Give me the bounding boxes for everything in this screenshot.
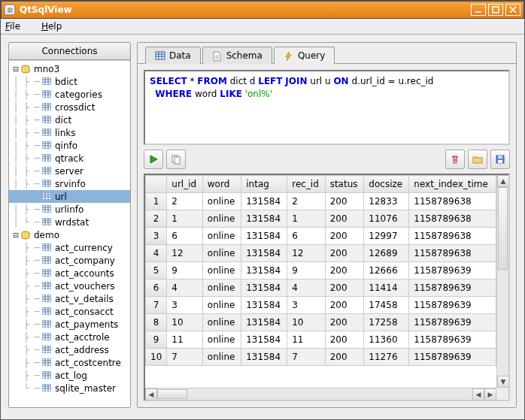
cell[interactable]: 12 [287, 245, 325, 262]
cell[interactable]: 1158789638 [409, 193, 496, 210]
cell[interactable]: 11360 [364, 331, 409, 349]
table-row[interactable]: 810online13158410200172581158789639 [146, 314, 496, 331]
cell[interactable]: 6 [287, 228, 325, 245]
table-row[interactable]: 73online1315843200174581158789639 [146, 297, 496, 314]
tree-table-act_address[interactable]: ├─act_address [9, 343, 130, 356]
cell[interactable]: 1158789639 [409, 314, 496, 331]
tree-table-act_v_details[interactable]: ├─act_v_details [9, 292, 130, 305]
cell[interactable]: 11076 [364, 210, 409, 228]
cell[interactable]: 3 [287, 297, 325, 314]
scroll-down-button[interactable]: ▼ [497, 376, 509, 388]
row-header[interactable]: 5 [146, 262, 167, 279]
menu-help[interactable]: Help [41, 21, 71, 32]
cell[interactable]: 12666 [364, 262, 409, 279]
cell[interactable]: 1158789639 [409, 279, 496, 297]
cell[interactable]: 1158789638 [409, 245, 496, 262]
cell[interactable]: 10 [167, 314, 203, 331]
cell[interactable]: online [202, 314, 241, 331]
cell[interactable]: 1 [167, 210, 203, 228]
copy-button[interactable] [166, 150, 186, 169]
tree-table-server[interactable]: │├─server [9, 165, 130, 177]
cell[interactable]: 17458 [364, 297, 409, 314]
scroll-thumb-h[interactable] [157, 389, 187, 399]
tree-table-act_vouchers[interactable]: ├─act_vouchers [9, 279, 130, 292]
maximize-button[interactable] [488, 4, 503, 16]
cell[interactable]: 12 [167, 245, 203, 262]
cell[interactable]: 131584 [241, 210, 287, 228]
tree-table-act_costcentre[interactable]: ├─act_costcentre [9, 356, 130, 369]
col-header[interactable]: word [202, 176, 241, 193]
titlebar[interactable]: ▦ QtSqlView [1, 1, 524, 19]
save-button[interactable] [490, 150, 510, 169]
cell[interactable]: 131584 [241, 279, 287, 297]
tree-table-qinfo[interactable]: │├─qinfo [9, 139, 130, 152]
menu-file[interactable]: File [5, 21, 29, 32]
row-header[interactable]: 3 [146, 228, 167, 245]
cell[interactable]: online [202, 245, 241, 262]
tree-db-mno3[interactable]: ⊟mno3 [9, 62, 130, 75]
cell[interactable]: 1158789639 [409, 349, 496, 366]
tree-table-wrdstat[interactable]: │└─wrdstat [9, 216, 130, 228]
tree-table-crossdict[interactable]: │├─crossdict [9, 101, 130, 113]
col-header[interactable]: intag [241, 176, 287, 193]
col-header[interactable]: next_index_time [409, 176, 496, 193]
cell[interactable]: 1158789639 [409, 262, 496, 279]
corner-header[interactable] [146, 176, 167, 193]
tree-table-srvinfo[interactable]: │├─srvinfo [9, 177, 130, 190]
results-table[interactable]: url_idwordintagrec_idstatusdocsizenext_i… [145, 175, 496, 366]
cell[interactable]: 1158789639 [409, 331, 496, 349]
cell[interactable]: 10 [287, 314, 325, 331]
table-row[interactable]: 412online13158412200126891158789638 [146, 245, 496, 262]
tree-table-urlinfo[interactable]: │├─urlinfo [9, 203, 130, 216]
cell[interactable]: 11 [167, 331, 203, 349]
row-header[interactable]: 1 [146, 193, 167, 210]
cell[interactable]: 17258 [364, 314, 409, 331]
scroll-up-button[interactable]: ▲ [497, 175, 509, 187]
cell[interactable]: 7 [287, 349, 325, 366]
sql-editor[interactable]: SELECT * FROM dict d LEFT JOIN url u ON … [144, 70, 510, 145]
horizontal-scrollbar[interactable]: ◀ ◀ ▶ [145, 388, 496, 400]
cell[interactable]: 200 [325, 297, 364, 314]
cell[interactable]: 131584 [241, 193, 287, 210]
cell[interactable]: 3 [167, 297, 203, 314]
close-button[interactable] [505, 4, 520, 16]
cell[interactable]: 200 [325, 349, 364, 366]
tree-db-demo[interactable]: ⊟demo [9, 228, 130, 241]
run-query-button[interactable] [144, 150, 163, 169]
row-header[interactable]: 4 [146, 245, 167, 262]
cell[interactable]: online [202, 210, 241, 228]
cell[interactable]: 131584 [241, 314, 287, 331]
minimize-button[interactable] [471, 4, 486, 16]
cell[interactable]: 200 [325, 314, 364, 331]
row-header[interactable]: 7 [146, 297, 167, 314]
row-header[interactable]: 10 [146, 349, 167, 366]
vertical-scrollbar[interactable]: ▲ ▼ [496, 175, 508, 388]
tree-table-dict[interactable]: │├─dict [9, 113, 130, 126]
scroll-left-button[interactable]: ◀ [145, 388, 157, 400]
tab-query[interactable]: Query [274, 47, 335, 64]
table-row[interactable]: 36online1315846200129971158789638 [146, 228, 496, 245]
cell[interactable]: 11414 [364, 279, 409, 297]
tree-table-act_currency[interactable]: ├─act_currency [9, 241, 130, 254]
table-row[interactable]: 107online1315847200112761158789639 [146, 349, 496, 366]
col-header[interactable]: docsize [364, 176, 409, 193]
tree-table-links[interactable]: │├─links [9, 126, 130, 139]
cell[interactable]: online [202, 228, 241, 245]
cell[interactable]: 200 [325, 331, 364, 349]
row-header[interactable]: 2 [146, 210, 167, 228]
cell[interactable]: 7 [167, 349, 203, 366]
cell[interactable]: 131584 [241, 228, 287, 245]
tree-table-act_accounts[interactable]: ├─act_accounts [9, 267, 130, 279]
cell[interactable]: 11276 [364, 349, 409, 366]
table-row[interactable]: 21online1315841200110761158789638 [146, 210, 496, 228]
cell[interactable]: 200 [325, 228, 364, 245]
tree-table-act_company[interactable]: ├─act_company [9, 254, 130, 267]
tree-table-act_log[interactable]: ├─act_log [9, 369, 130, 382]
col-header[interactable]: status [325, 176, 364, 193]
col-header[interactable]: rec_id [287, 176, 325, 193]
tree-table-qtrack[interactable]: │├─qtrack [9, 152, 130, 165]
table-row[interactable]: 64online1315844200114141158789639 [146, 279, 496, 297]
cell[interactable]: 200 [325, 279, 364, 297]
tree-table-bdict[interactable]: │├─bdict [9, 75, 130, 88]
col-header[interactable]: url_id [167, 176, 203, 193]
